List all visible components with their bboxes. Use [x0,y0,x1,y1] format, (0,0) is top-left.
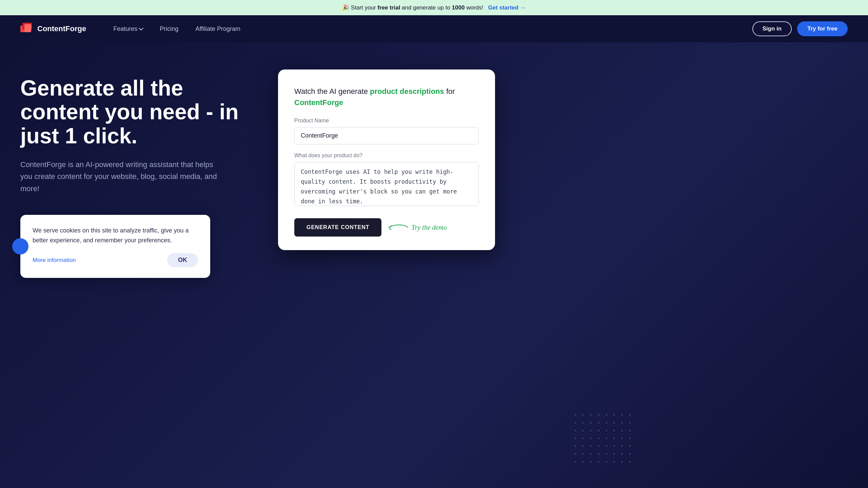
svg-rect-2 [24,24,31,32]
product-desc-label: What does your product do? [294,152,479,159]
nav-links: Features Pricing Affiliate Program [113,25,240,33]
nav-features[interactable]: Features [113,25,143,33]
hero-title: Generate all the content you need - in j… [20,76,258,148]
generate-row: GENERATE CONTENT Try the demo [294,218,479,237]
demo-highlight-text: product descriptions [370,87,444,96]
logo-text: ContentForge [37,24,86,33]
arrow-icon [388,222,409,232]
navbar: ContentForge Features Pricing Affiliate … [0,15,868,42]
cookie-actions: More information OK [33,253,198,267]
cookie-message: We serve cookies on this site to analyze… [33,226,198,245]
hero-subtitle: ContentForge is an AI-powered writing as… [20,159,217,195]
banner-highlight-words: 1000 [452,4,465,11]
demo-card: Watch the AI generate product descriptio… [278,69,495,250]
try-demo-area: Try the demo [388,222,447,232]
product-name-input[interactable] [294,127,479,144]
product-name-label: Product Name [294,118,479,124]
banner-cta-link[interactable]: Get started → [488,4,526,11]
hero-section: Generate all the content you need - in j… [0,42,868,488]
banner-emoji: 🎉 [342,4,349,11]
try-demo-label: Try the demo [411,224,447,231]
product-desc-textarea[interactable]: ContentForge uses AI to help you write h… [294,162,479,206]
banner-text-middle: and generate up to [402,4,452,11]
demo-card-title: Watch the AI generate product descriptio… [294,86,479,108]
logo-icon [20,23,34,35]
logo[interactable]: ContentForge [20,23,86,35]
chevron-down-icon [139,26,143,30]
dot-grid-decoration: const dotGrid = document.querySelector('… [574,414,631,463]
top-banner: 🎉 Start your free trial and generate up … [0,0,868,15]
nav-pricing[interactable]: Pricing [160,25,178,33]
generate-button[interactable]: GENERATE CONTENT [294,218,381,237]
signin-button[interactable]: Sign in [752,21,792,36]
demo-brand-text: ContentForge [294,98,343,107]
nav-actions: Sign in Try for free [752,21,848,36]
hero-left: Generate all the content you need - in j… [20,69,258,278]
cookie-banner: We serve cookies on this site to analyze… [20,215,210,278]
cookie-ok-button[interactable]: OK [167,253,198,267]
tryfree-button[interactable]: Try for free [797,21,848,36]
banner-text-after: words! [466,4,483,11]
banner-text-before: Start your [351,4,377,11]
cookie-icon [12,238,28,255]
banner-highlight-trial: free trial [377,4,400,11]
cookie-more-link[interactable]: More information [33,257,76,264]
nav-affiliate[interactable]: Affiliate Program [195,25,240,33]
